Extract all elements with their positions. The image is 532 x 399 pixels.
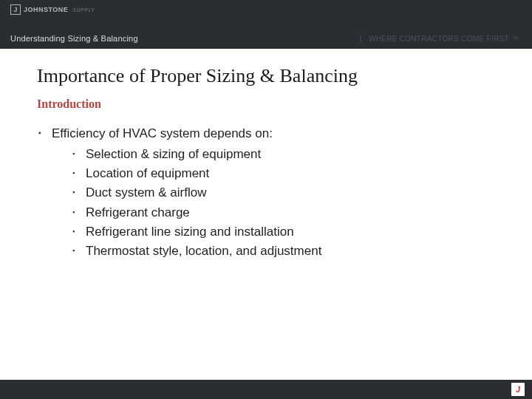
header-tagline: WHERE CONTRACTORS COME FIRST ™ bbox=[360, 35, 519, 43]
brand-logo-subtext: SUPPLY bbox=[72, 7, 95, 13]
brand-logo-text: JOHNSTONE bbox=[24, 6, 68, 13]
footer-logo-icon: J bbox=[511, 383, 525, 396]
brand-logo: J JOHNSTONE SUPPLY bbox=[10, 4, 95, 15]
brand-logo-mark-icon: J bbox=[10, 4, 21, 15]
bullet-item: Efficiency of HVAC system depends on: Se… bbox=[38, 124, 495, 262]
slide-content: Importance of Proper Sizing & Balancing … bbox=[0, 49, 532, 380]
sub-bullet-item: Refrigerant charge bbox=[72, 203, 495, 222]
header-bar: J JOHNSTONE SUPPLY Understanding Sizing … bbox=[0, 0, 532, 49]
sub-bullet-item: Refrigerant line sizing and installation bbox=[72, 222, 495, 242]
bullet-lead-text: Efficiency of HVAC system depends on: bbox=[52, 126, 273, 140]
slide-subtitle: Introduction bbox=[37, 98, 495, 111]
footer-bar: J bbox=[0, 380, 532, 399]
slide-title: Importance of Proper Sizing & Balancing bbox=[37, 65, 495, 87]
sub-bullet-list: Selection & sizing of equipment Location… bbox=[52, 145, 495, 262]
slide: J JOHNSTONE SUPPLY Understanding Sizing … bbox=[0, 0, 532, 399]
sub-bullet-item: Thermostat style, location, and adjustme… bbox=[72, 242, 495, 261]
bullet-list: Efficiency of HVAC system depends on: Se… bbox=[37, 124, 495, 262]
sub-bullet-item: Location of equipment bbox=[72, 164, 495, 183]
breadcrumb: Understanding Sizing & Balancing bbox=[10, 34, 138, 43]
sub-bullet-item: Selection & sizing of equipment bbox=[72, 145, 495, 164]
sub-bullet-item: Duct system & airflow bbox=[72, 183, 495, 202]
